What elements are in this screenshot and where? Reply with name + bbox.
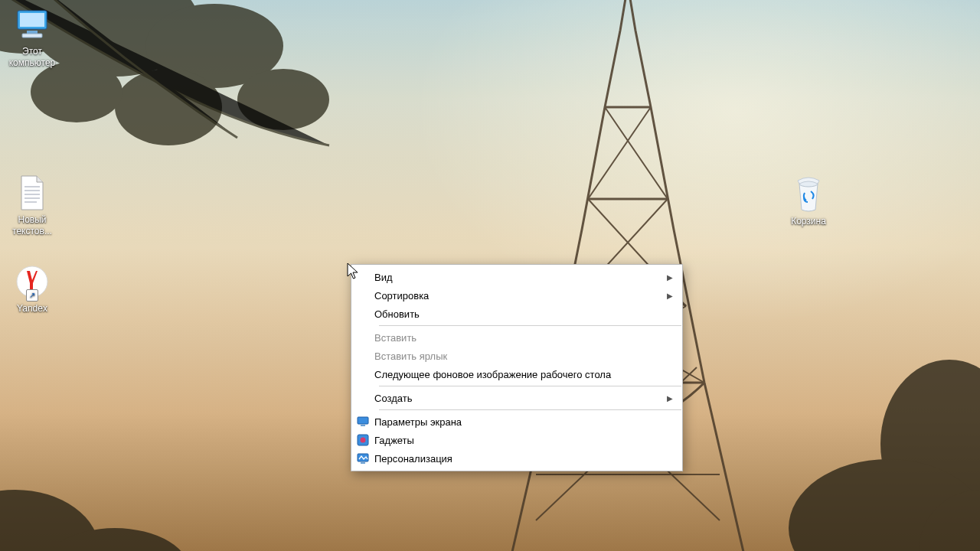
personalize-icon <box>351 449 374 468</box>
menu-item-new[interactable]: Создать ▶ <box>351 389 682 407</box>
yandex-icon: ↗ <box>14 263 51 300</box>
svg-point-25 <box>361 438 366 443</box>
svg-rect-27 <box>361 462 365 464</box>
menu-item-icon-empty <box>351 305 374 323</box>
menu-item-icon-empty <box>351 347 374 365</box>
monitor-icon <box>351 412 374 431</box>
menu-item-label: Параметры экрана <box>374 416 676 428</box>
desktop-context-menu: Вид ▶ Сортировка ▶ Обновить Вставить Вст… <box>351 264 683 471</box>
menu-item-icon-empty <box>351 328 374 347</box>
menu-item-label: Обновить <box>374 308 676 320</box>
desktop-icon-text-file[interactable]: Новый текстов... <box>2 174 63 237</box>
desktop-icon-recycle-bin[interactable]: Корзина <box>778 176 839 227</box>
computer-icon <box>14 6 51 43</box>
menu-item-icon-empty <box>351 365 374 383</box>
svg-rect-12 <box>20 13 44 27</box>
desktop-icon-label: Новый текстов... <box>2 214 63 237</box>
desktop-icon-yandex[interactable]: ↗ Yandex <box>2 263 63 315</box>
gadgets-icon <box>351 431 374 449</box>
menu-item-icon-empty <box>351 268 374 286</box>
desktop-icon-this-pc[interactable]: Этот компьютер <box>2 6 63 69</box>
menu-item-label: Сортировка <box>374 290 662 302</box>
menu-item-icon-empty <box>351 286 374 305</box>
menu-item-next-wallpaper[interactable]: Следующее фоновое изображение рабочего с… <box>351 365 682 383</box>
desktop-icon-label: Этот компьютер <box>2 46 63 69</box>
svg-rect-14 <box>22 34 42 37</box>
menu-item-label: Персонализация <box>374 453 676 465</box>
menu-item-label: Гаджеты <box>374 435 676 446</box>
recycle-bin-icon <box>790 176 827 213</box>
menu-separator <box>379 325 681 326</box>
menu-item-label: Вставить <box>374 332 676 344</box>
chevron-right-icon: ▶ <box>662 394 676 403</box>
menu-item-paste-shortcut: Вставить ярлык <box>351 347 682 365</box>
desktop-icon-label: Yandex <box>2 303 63 315</box>
menu-item-gadgets[interactable]: Гаджеты <box>351 431 682 449</box>
menu-item-label: Создать <box>374 393 662 404</box>
desktop-icon-label: Корзина <box>778 216 839 227</box>
menu-item-refresh[interactable]: Обновить <box>351 305 682 323</box>
menu-item-label: Вставить ярлык <box>374 350 676 362</box>
text-file-icon <box>14 174 51 211</box>
menu-item-icon-empty <box>351 389 374 407</box>
chevron-right-icon: ▶ <box>662 292 676 300</box>
menu-item-label: Следующее фоновое изображение рабочего с… <box>374 369 676 380</box>
menu-separator <box>379 409 681 410</box>
menu-item-label: Вид <box>374 272 662 283</box>
menu-item-display-settings[interactable]: Параметры экрана <box>351 412 682 431</box>
shortcut-overlay-icon: ↗ <box>26 289 38 302</box>
svg-rect-13 <box>27 31 38 34</box>
svg-rect-23 <box>361 425 365 426</box>
chevron-right-icon: ▶ <box>662 273 676 282</box>
menu-item-personalize[interactable]: Персонализация <box>351 449 682 468</box>
menu-separator <box>379 386 681 386</box>
menu-item-sort[interactable]: Сортировка ▶ <box>351 286 682 305</box>
menu-item-paste: Вставить <box>351 328 682 347</box>
svg-rect-22 <box>358 417 368 424</box>
menu-item-view[interactable]: Вид ▶ <box>351 268 682 286</box>
